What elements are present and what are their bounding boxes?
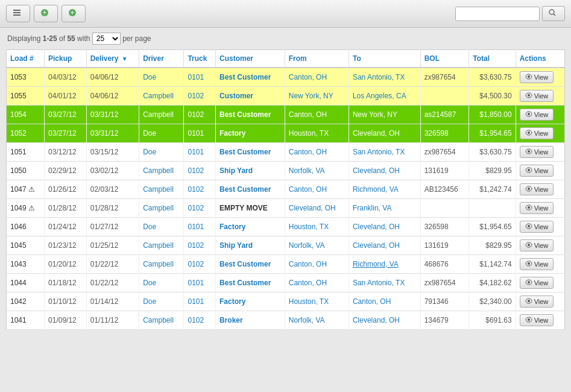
view-button[interactable]: View xyxy=(520,277,554,289)
cell-total: $1,850.00 xyxy=(469,106,516,124)
col-header-to[interactable]: To xyxy=(349,50,420,68)
cell-driver: Doe xyxy=(139,143,184,162)
cell-total: $3,630.75 xyxy=(469,143,516,162)
cell-total xyxy=(469,199,516,218)
eye-icon xyxy=(525,92,532,100)
eye-icon xyxy=(525,130,532,137)
cell-to: Cleveland, OH xyxy=(349,311,420,330)
cell-pickup: 01/09/12 xyxy=(45,311,87,330)
view-button[interactable]: View xyxy=(520,296,554,308)
cell-actions: View xyxy=(516,87,564,106)
cell-truck: 0101 xyxy=(184,218,216,236)
cell-load: 1051 xyxy=(7,143,45,162)
eye-icon xyxy=(525,74,532,81)
svg-point-32 xyxy=(528,281,530,283)
cell-driver: Campbell xyxy=(139,162,184,180)
table-row: 104501/23/1201/25/12Campbell0102Ship Yar… xyxy=(7,236,565,255)
cell-load: 1053 xyxy=(7,68,45,87)
eye-icon xyxy=(525,111,532,118)
table-row: 105304/03/1204/06/12Doe0101Best Customer… xyxy=(7,68,565,87)
cell-to: Cleveland, OH xyxy=(349,162,420,180)
table-row: 104601/24/1201/27/12Doe0101FactoryHousto… xyxy=(7,218,565,236)
search-input[interactable] xyxy=(455,7,540,21)
col-header-total[interactable]: Total xyxy=(469,50,516,68)
cell-bol xyxy=(420,87,469,106)
view-button[interactable]: View xyxy=(520,146,554,158)
main-table: Load # Pickup Delivery ▼ Driver Truck Cu… xyxy=(6,49,565,330)
add-empty-move-button[interactable]: + xyxy=(62,5,86,22)
view-button[interactable]: View xyxy=(520,258,554,270)
add-dispatch-button[interactable]: + xyxy=(34,5,58,22)
col-header-driver[interactable]: Driver xyxy=(139,50,184,68)
cell-driver: Doe xyxy=(139,124,184,143)
cell-delivery: 03/15/12 xyxy=(86,143,139,162)
cell-pickup: 01/20/12 xyxy=(45,255,87,274)
svg-point-18 xyxy=(528,150,530,153)
view-button[interactable]: View xyxy=(520,127,554,139)
cell-from: Norfolk, VA xyxy=(285,236,349,255)
cell-customer: Broker xyxy=(215,311,285,330)
cell-actions: View xyxy=(516,274,564,292)
cell-actions: View xyxy=(516,180,564,199)
cell-load: 1042 xyxy=(7,292,45,311)
cell-from: Canton, OH xyxy=(285,180,349,199)
table-row: 104401/18/1201/22/12Doe0101Best Customer… xyxy=(7,274,565,292)
cell-delivery: 01/11/12 xyxy=(86,311,139,330)
cell-load: 1055 xyxy=(7,87,45,106)
cell-bol: 131619 xyxy=(420,236,469,255)
col-header-delivery[interactable]: Delivery ▼ xyxy=(86,50,139,68)
cell-from: Houston, TX xyxy=(285,124,349,143)
list-icon xyxy=(13,8,21,19)
cell-load: 1045 xyxy=(7,236,45,255)
pagination-suffix: per page xyxy=(122,34,151,43)
search-button[interactable] xyxy=(542,6,565,21)
search-area xyxy=(455,6,565,21)
view-button[interactable]: View xyxy=(520,314,554,326)
table-row: 104201/10/1201/14/12Doe0101FactoryHousto… xyxy=(7,292,565,311)
view-button[interactable]: View xyxy=(520,239,554,251)
cell-bol: AB123456 xyxy=(420,180,469,199)
cell-actions: View xyxy=(516,162,564,180)
cell-load: 1041 xyxy=(7,311,45,330)
cell-to: Cleveland, OH xyxy=(349,236,420,255)
cell-to: Cleveland, OH xyxy=(349,124,420,143)
cell-bol: 468676 xyxy=(420,255,469,274)
cell-truck: 0102 xyxy=(184,162,216,180)
cell-total: $691.63 xyxy=(469,311,516,330)
view-button[interactable]: View xyxy=(520,71,554,83)
table-row: 1047 ⚠01/26/1202/03/12Campbell0102Best C… xyxy=(7,180,565,199)
cell-pickup: 01/26/12 xyxy=(45,180,87,199)
detailed-list-button[interactable] xyxy=(6,5,30,22)
view-button[interactable]: View xyxy=(520,165,554,177)
cell-total: $3,630.75 xyxy=(469,68,516,87)
view-button[interactable]: View xyxy=(520,183,554,195)
cell-load: 1047 ⚠ xyxy=(7,180,45,199)
cell-actions: View xyxy=(516,292,564,311)
cell-customer: Factory xyxy=(215,218,285,236)
cell-truck: 0102 xyxy=(184,106,216,124)
eye-icon xyxy=(525,167,532,174)
col-header-truck[interactable]: Truck xyxy=(184,50,216,68)
cell-from: Canton, OH xyxy=(285,68,349,87)
cell-driver: Campbell xyxy=(139,87,184,106)
cell-pickup: 01/10/12 xyxy=(45,292,87,311)
view-button[interactable]: View xyxy=(520,109,554,121)
svg-line-8 xyxy=(554,14,555,16)
view-button[interactable]: View xyxy=(520,221,554,233)
col-header-pickup[interactable]: Pickup xyxy=(45,50,87,68)
view-button[interactable]: View xyxy=(520,90,554,102)
col-header-customer[interactable]: Customer xyxy=(215,50,285,68)
col-header-load[interactable]: Load # xyxy=(7,50,45,68)
col-header-from[interactable]: From xyxy=(285,50,349,68)
svg-point-24 xyxy=(528,206,530,209)
cell-actions: View xyxy=(516,311,564,330)
cell-delivery: 01/28/12 xyxy=(86,199,139,218)
col-header-bol[interactable]: BOL xyxy=(420,50,469,68)
table-row: 104101/09/1201/11/12Campbell0102BrokerNo… xyxy=(7,311,565,330)
svg-point-36 xyxy=(528,318,530,321)
cell-bol: zx987654 xyxy=(420,274,469,292)
cell-truck: 0102 xyxy=(184,87,216,106)
per-page-select[interactable]: 25 50 100 xyxy=(92,33,121,45)
svg-rect-0 xyxy=(13,10,21,11)
view-button[interactable]: View xyxy=(520,202,554,214)
